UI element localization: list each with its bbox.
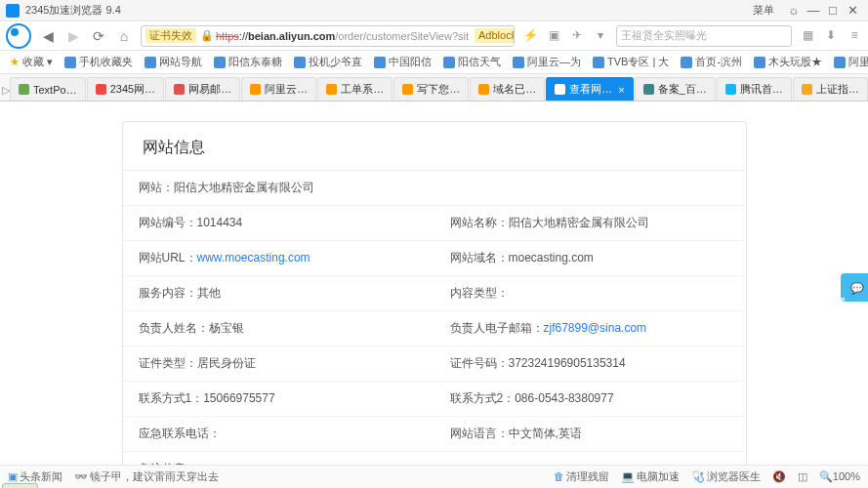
grid-icon[interactable]: ▦ xyxy=(800,28,815,44)
row-phone2: 联系方式2：086-0543-8380977 xyxy=(434,382,746,416)
back-button[interactable]: ◀ xyxy=(39,28,57,44)
speed-button[interactable]: 💻电脑加速 xyxy=(621,469,680,484)
favicon-icon xyxy=(643,84,654,95)
tab-bar: ▷ TextPo… 2345网… 网易邮… 阿里云… 工单系… 写下您… 域名已… xyxy=(0,74,868,102)
bookmark-item[interactable]: 阳信东泰糖 xyxy=(210,53,286,71)
search-placeholder: 王祖贤全实照曝光 xyxy=(621,28,707,43)
app-logo-icon xyxy=(6,4,20,18)
split-button[interactable]: ◫ xyxy=(798,470,807,483)
bookmark-item[interactable]: 首页-滨州 xyxy=(677,53,746,71)
tab[interactable]: 备案_百… xyxy=(635,77,716,101)
trash-icon: 🗑 xyxy=(554,470,564,482)
video-icon[interactable]: ▣ xyxy=(546,28,561,44)
bookmark-item[interactable]: 阿里云—为 xyxy=(509,53,585,71)
row-owner: 负责人姓名：杨宝银 xyxy=(123,311,434,346)
tab[interactable]: 上证指… xyxy=(793,77,868,101)
send-icon[interactable]: ✈ xyxy=(569,28,585,44)
favicon-icon xyxy=(250,84,261,95)
side-float-panel[interactable]: 💬 咨询 建 议 xyxy=(841,273,868,302)
tab-scroll-left[interactable]: ▷ xyxy=(2,84,10,101)
address-input[interactable]: 证书失效 🔒 https:// beian.aliyun.com /order/… xyxy=(141,25,515,47)
row-phone1: 联系方式1：15066975577 xyxy=(123,382,434,416)
tab[interactable]: 腾讯首… xyxy=(717,77,792,101)
cleanup-button[interactable]: 🗑清理残留 xyxy=(554,469,609,484)
url-host: beian.aliyun.com xyxy=(248,30,335,42)
menu-button[interactable]: 菜单 xyxy=(753,3,774,18)
bookmark-item[interactable]: 木头玩股★ xyxy=(750,53,826,71)
tab[interactable]: TextPo… xyxy=(10,77,86,101)
speed-icon: 💻 xyxy=(621,470,635,482)
site-url-link[interactable]: www.moecasting.com xyxy=(197,251,310,264)
mute-button[interactable]: 🔇 xyxy=(772,470,786,483)
row-site: 网站：阳信大地精密金属有限公司 xyxy=(123,171,746,205)
tab[interactable]: 网易邮… xyxy=(165,77,240,101)
title-bar: 2345加速浏览器 9.4 菜单 ☼ — □ ✕ xyxy=(0,0,868,21)
start-button[interactable]: ⊞开始 xyxy=(2,483,38,488)
favicon-icon xyxy=(326,84,337,95)
download-icon[interactable]: ⬇ xyxy=(823,28,839,44)
bookmark-item[interactable]: 中国阳信 xyxy=(370,53,435,71)
row-cert-type: 证件类型：居民身份证 xyxy=(123,346,434,381)
bookmark-item[interactable]: 阳信天气 xyxy=(439,53,505,71)
skin-icon[interactable]: ☼ xyxy=(784,3,804,18)
site-icon xyxy=(214,57,226,68)
bookmark-bar: ★收藏 ▾ 手机收藏夹 网站导航 阳信东泰糖 投机少爷直 中国阳信 阳信天气 阿… xyxy=(0,51,868,74)
bookmark-item[interactable]: 手机收藏夹 xyxy=(61,53,137,71)
row-emergency: 应急联系电话： xyxy=(123,417,434,451)
row-email: 负责人电子邮箱：zjf67899@sina.com xyxy=(434,311,746,346)
site-icon xyxy=(834,57,846,68)
bookmark-item[interactable]: 阿里云-为了 xyxy=(830,53,868,71)
row-cert-no: 证件号码：372324196905135314 xyxy=(434,346,746,381)
row-url: 网站URL：www.moecasting.com xyxy=(123,241,434,275)
forward-button[interactable]: ▶ xyxy=(64,28,82,44)
bookmark-item[interactable]: TVB专区 | 大 xyxy=(589,53,673,71)
maximize-button[interactable]: □ xyxy=(823,3,843,18)
bookmark-item[interactable]: 投机少爷直 xyxy=(290,53,366,71)
url-protocol: https:// xyxy=(216,30,248,42)
tab[interactable]: 写下您… xyxy=(393,77,469,101)
lock-icon: 🔒 xyxy=(200,29,214,42)
doctor-button[interactable]: 🩺浏览器医生 xyxy=(691,469,761,484)
tab[interactable]: 阿里云… xyxy=(241,77,316,101)
suggest-label: 建 议 xyxy=(814,286,829,289)
tab-active[interactable]: 查看网…× xyxy=(546,77,633,101)
bookmark-item[interactable]: 网站导航 xyxy=(141,53,206,71)
chevron-down-icon[interactable]: ▾ xyxy=(593,28,608,44)
url-path: /order/customerSiteView?sit xyxy=(335,30,469,42)
row-site-id: 网站编号：1014434 xyxy=(123,206,434,240)
lightning-icon[interactable]: ⚡ xyxy=(522,28,538,44)
search-input[interactable]: 王祖贤全实照曝光 xyxy=(616,25,792,47)
favicon-icon xyxy=(174,84,185,95)
address-bar: ◀ ▶ ⟳ ⌂ 证书失效 🔒 https:// beian.aliyun.com… xyxy=(0,21,868,51)
more-icon[interactable]: ≡ xyxy=(847,28,862,44)
site-info-card: 网站信息 网站：阳信大地精密金属有限公司 网站编号：1014434 网站名称：阳… xyxy=(122,121,747,465)
home-button[interactable]: ⌂ xyxy=(115,28,133,44)
row-domain: 网站域名：moecasting.com xyxy=(434,241,746,275)
email-link[interactable]: zjf67899@sina.com xyxy=(544,321,647,335)
site-icon xyxy=(443,57,455,68)
headline-button[interactable]: ▣头条新闻 xyxy=(8,469,62,484)
close-icon[interactable]: × xyxy=(618,84,624,96)
zoom-label[interactable]: 🔍100% xyxy=(819,470,860,483)
row-lang: 网站语言：中文简体,英语 xyxy=(434,417,746,451)
tab[interactable]: 工单系… xyxy=(317,77,393,101)
row-service: 服务内容：其他 xyxy=(123,276,434,310)
site-icon xyxy=(374,57,386,68)
cert-error-badge: 证书失效 xyxy=(145,28,196,43)
tip-icon: 👓 xyxy=(74,470,88,482)
favorites-button[interactable]: ★收藏 ▾ xyxy=(6,53,57,71)
favicon-icon xyxy=(725,84,736,95)
site-icon xyxy=(681,57,692,68)
row-remark: 备注信息： xyxy=(123,452,746,465)
favicon-icon xyxy=(19,84,29,95)
favicon-icon xyxy=(802,84,812,95)
refresh-button[interactable]: ⟳ xyxy=(90,28,107,44)
minimize-button[interactable]: — xyxy=(804,3,823,18)
site-icon xyxy=(754,57,765,68)
favicon-icon xyxy=(555,84,565,95)
site-icon xyxy=(593,57,604,68)
tab[interactable]: 域名已… xyxy=(470,77,545,101)
close-button[interactable]: ✕ xyxy=(843,3,862,18)
favicon-icon xyxy=(96,84,106,95)
tab[interactable]: 2345网… xyxy=(87,77,164,101)
